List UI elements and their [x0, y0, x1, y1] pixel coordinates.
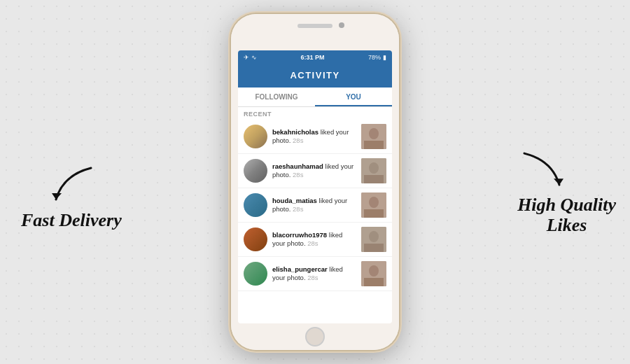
avatar: [244, 193, 267, 217]
activity-thumbnail: [361, 192, 386, 218]
section-label: RECENT: [238, 107, 392, 120]
svg-point-9: [369, 197, 379, 208]
phone-screen: ✈ ∿ 6:31 PM 78% ▮ ACTIVITY FOLLOWING: [238, 50, 392, 323]
activity-text: houda_matias liked your photo. 28s: [272, 197, 356, 214]
activity-text: blacorruwho1978 liked your photo. 28s: [272, 231, 356, 248]
activity-username: houda_matias: [272, 197, 317, 204]
right-label: High QualityLikes: [517, 146, 616, 235]
left-label: Fast Delivery: [21, 161, 122, 231]
airplane-icon: ✈: [244, 54, 249, 61]
tab-you[interactable]: YOU: [315, 88, 392, 106]
activity-time: 28s: [293, 205, 303, 213]
avatar: [244, 125, 267, 148]
activity-username: bekahnicholas: [272, 128, 318, 136]
svg-marker-0: [52, 193, 62, 200]
activity-thumbnail: [361, 227, 386, 252]
app-header: ACTIVITY: [238, 64, 392, 88]
activity-item: raeshaunhamad liked your photo. 28s: [238, 154, 392, 188]
avatar: [244, 159, 267, 183]
activity-thumbnail: [361, 158, 386, 183]
svg-rect-13: [364, 244, 384, 252]
wifi-icon: ∿: [251, 54, 257, 61]
svg-rect-4: [364, 141, 384, 149]
svg-rect-16: [364, 278, 384, 286]
activity-item: elisha_pungercar liked your photo. 28s: [238, 257, 392, 291]
status-left: ✈ ∿: [244, 54, 257, 61]
high-quality-likes-text: High QualityLikes: [517, 195, 616, 235]
status-bar: ✈ ∿ 6:31 PM 78% ▮: [238, 50, 392, 64]
activity-thumbnail: [361, 261, 386, 286]
svg-point-12: [369, 231, 379, 242]
tab-bar[interactable]: FOLLOWING YOU: [238, 88, 392, 107]
activity-thumbnail: [361, 124, 386, 149]
activity-list: bekahnicholas liked your photo. 28s: [238, 120, 392, 323]
svg-point-15: [369, 265, 379, 276]
activity-time: 28s: [293, 136, 303, 144]
phone-top: [231, 14, 399, 50]
svg-point-3: [369, 128, 379, 139]
avatar: [244, 227, 267, 251]
avatar: [244, 262, 267, 286]
tab-following[interactable]: FOLLOWING: [238, 88, 315, 106]
svg-marker-1: [554, 178, 564, 185]
phone-camera: [339, 22, 344, 28]
phone-speaker: [298, 24, 332, 28]
svg-point-6: [369, 162, 379, 174]
fast-delivery-text: Fast Delivery: [21, 210, 122, 230]
activity-username: elisha_pungercar: [272, 265, 328, 273]
activity-time: 28s: [307, 239, 318, 247]
phone-frame: ✈ ∿ 6:31 PM 78% ▮ ACTIVITY FOLLOWING: [231, 14, 399, 350]
activity-username: raeshaunhamad: [272, 162, 323, 170]
battery-icon: ▮: [383, 54, 386, 61]
scene: Fast Delivery High QualityLikes ✈ ∿ 6:31…: [0, 0, 630, 364]
activity-item: houda_matias liked your photo. 28s: [238, 188, 392, 223]
phone-bottom: [231, 323, 399, 350]
activity-text: elisha_pungercar liked your photo. 28s: [272, 265, 356, 283]
activity-item: blacorruwho1978 liked your photo. 28s: [238, 223, 392, 257]
status-time: 6:31 PM: [300, 54, 324, 61]
activity-item: bekahnicholas liked your photo. 28s: [238, 120, 392, 154]
activity-time: 28s: [307, 274, 318, 281]
activity-username: blacorruwho1978: [272, 231, 327, 239]
activity-text: bekahnicholas liked your photo. 28s: [272, 128, 356, 146]
app-title: ACTIVITY: [290, 70, 340, 80]
home-button[interactable]: [305, 327, 325, 346]
svg-rect-10: [364, 209, 384, 218]
battery-percent: 78%: [368, 54, 381, 61]
status-right: 78% ▮: [368, 54, 386, 61]
activity-text: raeshaunhamad liked your photo. 28s: [272, 162, 356, 180]
activity-time: 28s: [293, 171, 303, 178]
svg-rect-7: [364, 175, 384, 183]
